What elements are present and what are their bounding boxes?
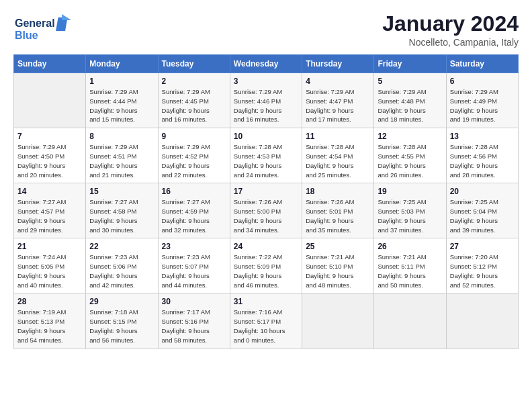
calendar-cell: 29Sunrise: 7:18 AM Sunset: 5:15 PM Dayli… xyxy=(86,293,158,349)
day-info: Sunrise: 7:29 AM Sunset: 4:52 PM Dayligh… xyxy=(162,142,226,179)
day-info: Sunrise: 7:26 AM Sunset: 5:00 PM Dayligh… xyxy=(234,197,298,234)
calendar-cell: 27Sunrise: 7:20 AM Sunset: 5:12 PM Dayli… xyxy=(446,238,518,293)
calendar-cell: 14Sunrise: 7:27 AM Sunset: 4:57 PM Dayli… xyxy=(14,183,86,238)
calendar-cell: 2Sunrise: 7:29 AM Sunset: 4:45 PM Daylig… xyxy=(158,73,230,128)
day-info: Sunrise: 7:23 AM Sunset: 5:06 PM Dayligh… xyxy=(89,253,154,289)
day-number: 27 xyxy=(450,242,515,251)
day-info: Sunrise: 7:29 AM Sunset: 4:50 PM Dayligh… xyxy=(17,142,82,179)
day-info: Sunrise: 7:27 AM Sunset: 4:57 PM Dayligh… xyxy=(17,197,82,234)
day-info: Sunrise: 7:26 AM Sunset: 5:01 PM Dayligh… xyxy=(306,197,370,234)
day-info: Sunrise: 7:18 AM Sunset: 5:15 PM Dayligh… xyxy=(89,308,154,345)
calendar-cell: 25Sunrise: 7:21 AM Sunset: 5:10 PM Dayli… xyxy=(302,238,374,293)
calendar-cell: 13Sunrise: 7:28 AM Sunset: 4:56 PM Dayli… xyxy=(446,128,518,183)
svg-marker-3 xyxy=(62,14,71,20)
calendar-cell: 9Sunrise: 7:29 AM Sunset: 4:52 PM Daylig… xyxy=(158,128,230,183)
day-info: Sunrise: 7:28 AM Sunset: 4:56 PM Dayligh… xyxy=(450,142,515,179)
calendar-cell: 8Sunrise: 7:29 AM Sunset: 4:51 PM Daylig… xyxy=(86,128,158,183)
calendar-cell: 22Sunrise: 7:23 AM Sunset: 5:06 PM Dayli… xyxy=(86,238,158,293)
day-number: 10 xyxy=(234,132,298,141)
week-row-0: 1Sunrise: 7:29 AM Sunset: 4:44 PM Daylig… xyxy=(14,73,519,128)
calendar-cell: 11Sunrise: 7:28 AM Sunset: 4:54 PM Dayli… xyxy=(302,128,374,183)
col-thursday: Thursday xyxy=(302,55,374,73)
day-number: 21 xyxy=(17,242,82,251)
calendar-table: Sunday Monday Tuesday Wednesday Thursday… xyxy=(13,54,519,349)
day-info: Sunrise: 7:21 AM Sunset: 5:11 PM Dayligh… xyxy=(378,253,442,289)
day-number: 15 xyxy=(89,187,154,196)
day-number: 12 xyxy=(378,132,442,141)
calendar-cell: 5Sunrise: 7:29 AM Sunset: 4:48 PM Daylig… xyxy=(374,73,446,128)
day-info: Sunrise: 7:29 AM Sunset: 4:48 PM Dayligh… xyxy=(378,87,442,124)
calendar-cell xyxy=(302,293,374,349)
day-info: Sunrise: 7:25 AM Sunset: 5:04 PM Dayligh… xyxy=(450,197,515,234)
calendar-cell: 6Sunrise: 7:29 AM Sunset: 4:49 PM Daylig… xyxy=(446,73,518,128)
day-info: Sunrise: 7:17 AM Sunset: 5:16 PM Dayligh… xyxy=(162,308,226,345)
calendar-cell: 3Sunrise: 7:29 AM Sunset: 4:46 PM Daylig… xyxy=(230,73,302,128)
month-title: January 2024 xyxy=(382,12,519,36)
location: Nocelleto, Campania, Italy xyxy=(382,37,519,48)
calendar-cell: 24Sunrise: 7:22 AM Sunset: 5:09 PM Dayli… xyxy=(230,238,302,293)
page: General Blue January 2024 Nocelleto, Cam… xyxy=(0,0,532,411)
header-row: Sunday Monday Tuesday Wednesday Thursday… xyxy=(14,55,519,73)
col-tuesday: Tuesday xyxy=(158,55,230,73)
day-number: 20 xyxy=(450,187,515,196)
day-number: 13 xyxy=(450,132,515,141)
day-info: Sunrise: 7:28 AM Sunset: 4:53 PM Dayligh… xyxy=(234,142,298,179)
day-info: Sunrise: 7:19 AM Sunset: 5:13 PM Dayligh… xyxy=(17,308,82,345)
day-number: 14 xyxy=(17,187,82,196)
day-info: Sunrise: 7:29 AM Sunset: 4:51 PM Dayligh… xyxy=(89,142,154,179)
day-number: 25 xyxy=(306,242,370,251)
day-number: 31 xyxy=(234,297,298,306)
svg-text:Blue: Blue xyxy=(15,30,38,41)
day-number: 28 xyxy=(17,297,82,306)
col-monday: Monday xyxy=(86,55,158,73)
calendar-cell: 19Sunrise: 7:25 AM Sunset: 5:03 PM Dayli… xyxy=(374,183,446,238)
day-number: 22 xyxy=(89,242,154,251)
day-number: 23 xyxy=(162,242,226,251)
day-number: 9 xyxy=(162,132,226,141)
day-info: Sunrise: 7:25 AM Sunset: 5:03 PM Dayligh… xyxy=(378,197,442,234)
day-number: 1 xyxy=(89,77,154,86)
day-number: 7 xyxy=(17,132,82,141)
day-number: 26 xyxy=(378,242,442,251)
header: General Blue January 2024 Nocelleto, Cam… xyxy=(13,12,519,48)
week-row-4: 28Sunrise: 7:19 AM Sunset: 5:13 PM Dayli… xyxy=(14,293,519,349)
logo: General Blue xyxy=(13,12,74,45)
day-number: 4 xyxy=(306,77,370,86)
day-info: Sunrise: 7:21 AM Sunset: 5:10 PM Dayligh… xyxy=(306,253,370,289)
col-sunday: Sunday xyxy=(14,55,86,73)
day-number: 6 xyxy=(450,77,515,86)
day-number: 16 xyxy=(162,187,226,196)
calendar-cell: 1Sunrise: 7:29 AM Sunset: 4:44 PM Daylig… xyxy=(86,73,158,128)
calendar-cell: 23Sunrise: 7:23 AM Sunset: 5:07 PM Dayli… xyxy=(158,238,230,293)
day-info: Sunrise: 7:29 AM Sunset: 4:46 PM Dayligh… xyxy=(234,87,298,124)
day-number: 17 xyxy=(234,187,298,196)
logo-wordmark: General Blue xyxy=(13,12,74,45)
day-info: Sunrise: 7:28 AM Sunset: 4:54 PM Dayligh… xyxy=(306,142,370,179)
day-info: Sunrise: 7:27 AM Sunset: 4:58 PM Dayligh… xyxy=(89,197,154,234)
title-block: January 2024 Nocelleto, Campania, Italy xyxy=(382,12,519,48)
calendar-cell: 21Sunrise: 7:24 AM Sunset: 5:05 PM Dayli… xyxy=(14,238,86,293)
calendar-cell: 26Sunrise: 7:21 AM Sunset: 5:11 PM Dayli… xyxy=(374,238,446,293)
calendar-cell xyxy=(446,293,518,349)
calendar-cell: 20Sunrise: 7:25 AM Sunset: 5:04 PM Dayli… xyxy=(446,183,518,238)
day-info: Sunrise: 7:29 AM Sunset: 4:49 PM Dayligh… xyxy=(450,87,515,124)
day-info: Sunrise: 7:22 AM Sunset: 5:09 PM Dayligh… xyxy=(234,253,298,289)
day-number: 11 xyxy=(306,132,370,141)
day-number: 5 xyxy=(378,77,442,86)
calendar-cell: 28Sunrise: 7:19 AM Sunset: 5:13 PM Dayli… xyxy=(14,293,86,349)
col-saturday: Saturday xyxy=(446,55,518,73)
col-wednesday: Wednesday xyxy=(230,55,302,73)
day-number: 18 xyxy=(306,187,370,196)
svg-text:General: General xyxy=(15,17,55,29)
day-info: Sunrise: 7:20 AM Sunset: 5:12 PM Dayligh… xyxy=(450,253,515,289)
calendar-cell: 18Sunrise: 7:26 AM Sunset: 5:01 PM Dayli… xyxy=(302,183,374,238)
calendar-cell: 10Sunrise: 7:28 AM Sunset: 4:53 PM Dayli… xyxy=(230,128,302,183)
day-number: 8 xyxy=(89,132,154,141)
calendar-cell: 7Sunrise: 7:29 AM Sunset: 4:50 PM Daylig… xyxy=(14,128,86,183)
week-row-1: 7Sunrise: 7:29 AM Sunset: 4:50 PM Daylig… xyxy=(14,128,519,183)
calendar-cell xyxy=(14,73,86,128)
calendar-cell: 30Sunrise: 7:17 AM Sunset: 5:16 PM Dayli… xyxy=(158,293,230,349)
day-info: Sunrise: 7:23 AM Sunset: 5:07 PM Dayligh… xyxy=(162,253,226,289)
week-row-3: 21Sunrise: 7:24 AM Sunset: 5:05 PM Dayli… xyxy=(14,238,519,293)
day-number: 19 xyxy=(378,187,442,196)
